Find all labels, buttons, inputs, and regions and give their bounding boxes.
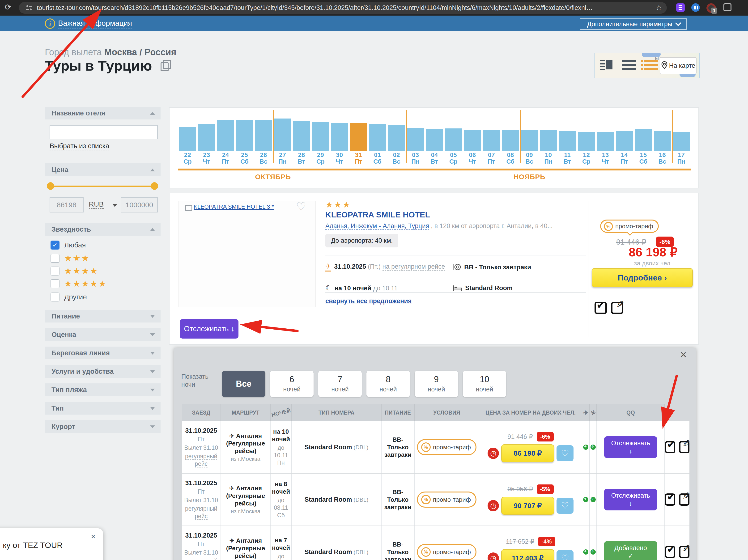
chart-bar[interactable] [635, 129, 652, 150]
chart-bar[interactable] [217, 120, 234, 150]
price-min-input[interactable] [50, 197, 84, 212]
select-checkbox-icon[interactable] [665, 441, 675, 453]
track-button[interactable]: Отслеживать ↓ [180, 319, 238, 339]
chart-bar[interactable] [236, 120, 253, 150]
select-checkbox-icon[interactable] [665, 493, 675, 506]
choose-from-list-link[interactable]: Выбрать из списка [50, 142, 109, 150]
chart-bar[interactable] [654, 131, 671, 150]
chart-bar[interactable] [312, 122, 329, 150]
favorite-button[interactable]: ♡ [557, 445, 574, 461]
edit-icon[interactable] [679, 441, 689, 453]
chart-date[interactable]: 29Ср [311, 151, 330, 165]
list-view-icon[interactable] [622, 60, 636, 71]
chart-bar[interactable] [559, 131, 576, 150]
filter-section-collapsed[interactable]: Услуги и удобства [45, 365, 161, 378]
tab-10-nights[interactable]: 10ночей [463, 371, 506, 397]
chart-date[interactable]: 16Вс [653, 151, 672, 165]
chart-date[interactable]: 09Вс [520, 151, 539, 165]
chart-date[interactable]: 02Вс [387, 151, 406, 165]
track-button[interactable]: Отслеживать↓ [604, 489, 657, 510]
checkbox[interactable] [50, 293, 60, 302]
chart-date[interactable]: 22Ср [178, 151, 197, 165]
chart-bar[interactable] [198, 124, 215, 150]
hotel-name-link[interactable]: KLEOPATRA SMILE HOTEL [325, 210, 430, 219]
price-button[interactable]: 86 198 ₽ [501, 444, 554, 462]
price-slider[interactable] [50, 186, 155, 187]
filter-section-collapsed[interactable]: Питание [45, 310, 161, 323]
filter-section-collapsed[interactable]: Береговая линия [45, 347, 161, 359]
checkbox[interactable] [50, 279, 60, 288]
hotel-name-input[interactable] [50, 125, 158, 139]
chart-bar[interactable] [578, 132, 595, 150]
collapse-offers-link[interactable]: свернуть все предложения [325, 298, 412, 305]
edit-icon[interactable] [679, 493, 689, 506]
chart-date[interactable]: 01Сб [368, 151, 387, 165]
chart-date[interactable]: 27Пн [273, 151, 292, 165]
hotel-image-placeholder[interactable]: KLEOPATRA SMILE HOTEL 3 * [178, 201, 316, 307]
price-slider-min-handle[interactable] [47, 182, 54, 190]
tab-8-nights[interactable]: 8ночей [367, 371, 410, 397]
additional-params-button[interactable]: Дополнительные параметры [580, 18, 686, 30]
extensions-menu-icon[interactable] [723, 3, 731, 11]
extension-icon[interactable] [676, 3, 685, 12]
chart-bar[interactable] [616, 131, 633, 150]
chart-date[interactable]: 06Чт [463, 151, 482, 165]
tab-7-nights[interactable]: 7ночей [318, 371, 362, 397]
edit-icon[interactable] [679, 546, 689, 558]
chart-date[interactable]: 05Ср [444, 151, 463, 165]
chart-bar[interactable] [369, 124, 386, 150]
tab-all[interactable]: Все [222, 371, 265, 397]
track-button[interactable]: Отслеживать↓ [604, 436, 657, 458]
flight-type-link[interactable]: регулярный рейс [182, 505, 220, 520]
map-view-button[interactable]: На карте [660, 57, 697, 74]
chart-bar[interactable] [445, 129, 462, 150]
favorite-button[interactable]: ♡ [557, 498, 574, 514]
chart-date[interactable]: 08Сб [501, 151, 520, 165]
chart-date[interactable]: 13Чт [596, 151, 615, 165]
star-filter-option[interactable]: Другие [50, 292, 87, 302]
chart-bar[interactable] [483, 130, 500, 150]
edit-icon[interactable] [611, 302, 623, 314]
chart-bar[interactable] [464, 130, 481, 150]
chart-bar[interactable] [673, 132, 690, 150]
flight-type-link[interactable]: регулярный рейс [182, 557, 220, 560]
checkbox[interactable]: ✓ [50, 240, 60, 250]
price-button[interactable]: 112 403 ₽ [501, 549, 554, 560]
star-filter-option[interactable]: ★★★ [50, 253, 90, 263]
filter-section-collapsed[interactable]: Курорт [45, 420, 161, 433]
checkbox[interactable] [50, 266, 60, 276]
details-button[interactable]: Подробнее › [592, 268, 693, 287]
chart-date[interactable]: 04Вт [425, 151, 444, 165]
site-info-icon[interactable] [25, 4, 32, 13]
favorite-button[interactable]: ♡ [557, 550, 574, 560]
chart-date[interactable]: 14Пт [615, 151, 634, 165]
star-filter-option[interactable]: ★★★★★ [50, 279, 107, 289]
compact-view-icon-active[interactable] [644, 60, 658, 71]
chart-bar[interactable] [597, 132, 614, 150]
star-filter-option[interactable]: ★★★★ [50, 266, 98, 276]
star-filter-option[interactable]: ✓Любая [50, 240, 86, 250]
chart-date[interactable]: 30Чт [330, 151, 349, 165]
chart-bar[interactable] [274, 118, 291, 150]
chart-date[interactable]: 11Вт [558, 151, 577, 165]
hotel-image-alt-link[interactable]: KLEOPATRA SMILE HOTEL 3 * [194, 204, 274, 210]
chart-date[interactable]: 03Пн [406, 151, 425, 165]
chart-date[interactable]: 07Пт [482, 151, 501, 165]
reload-icon[interactable]: ⟳ [5, 2, 11, 12]
tab-6-nights[interactable]: 6ночей [270, 371, 313, 397]
extension-icon[interactable]: 1 [706, 3, 716, 13]
filter-stars-header[interactable]: Звездность [45, 223, 161, 236]
filter-section-collapsed[interactable]: Тип пляжа [45, 383, 161, 396]
added-button[interactable]: Добавлено✓ [604, 541, 657, 560]
chart-date[interactable]: 15Сб [634, 151, 653, 165]
bookmark-star-icon[interactable]: ☆ [656, 3, 662, 11]
chart-bar[interactable] [521, 130, 538, 150]
flight-type-link[interactable]: регулярный рейс [182, 452, 220, 467]
chart-bar[interactable] [179, 127, 196, 150]
hotel-location-link[interactable]: Аланья, Инжекум - Алания, Турция [325, 223, 429, 230]
filter-price-header[interactable]: Цена [45, 163, 161, 176]
select-checkbox-icon[interactable] [594, 302, 607, 314]
chart-bar[interactable] [540, 130, 557, 150]
chart-date[interactable]: 24Пт [216, 151, 235, 165]
chart-bar[interactable] [331, 123, 348, 150]
